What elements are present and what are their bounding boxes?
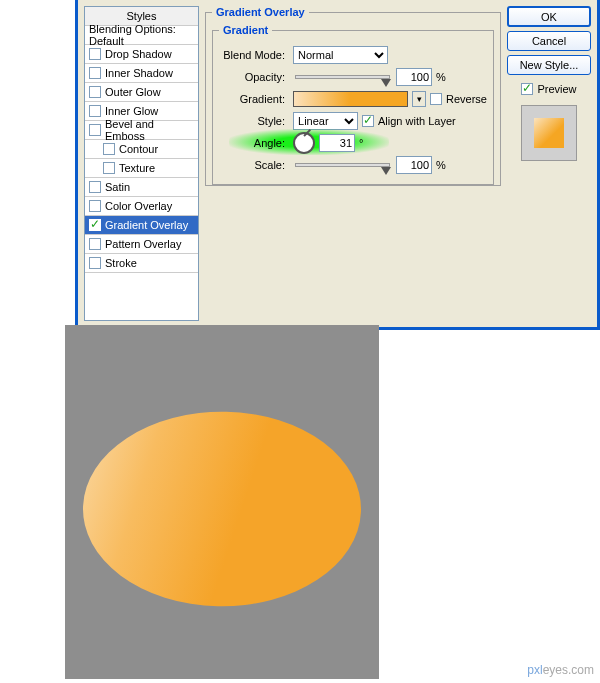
styles-checkbox[interactable] — [89, 86, 101, 98]
align-label: Align with Layer — [378, 115, 456, 127]
styles-checkbox[interactable] — [89, 181, 101, 193]
styles-row[interactable]: Outer Glow — [85, 83, 198, 102]
preview-swatch-inner — [534, 118, 564, 148]
styles-header-label: Styles — [127, 10, 157, 22]
styles-checkbox[interactable] — [89, 238, 101, 250]
scale-input[interactable] — [396, 156, 432, 174]
styles-row[interactable]: Texture — [85, 159, 198, 178]
preview-swatch — [521, 105, 577, 161]
blend-mode-select[interactable]: Normal — [293, 46, 388, 64]
styles-checkbox[interactable] — [89, 219, 101, 231]
reverse-checkbox[interactable] — [430, 93, 442, 105]
gradient-picker-arrow[interactable] — [412, 91, 426, 107]
styles-row-label: Drop Shadow — [105, 48, 172, 60]
styles-checkbox[interactable] — [89, 48, 101, 60]
styles-row-label: Color Overlay — [105, 200, 172, 212]
preview-row: Preview — [521, 83, 576, 95]
opacity-slider[interactable] — [295, 75, 390, 79]
styles-row-label: Outer Glow — [105, 86, 161, 98]
styles-row-label: Stroke — [105, 257, 137, 269]
styles-row[interactable]: Pattern Overlay — [85, 235, 198, 254]
angle-label: Angle: — [219, 137, 289, 149]
styles-row-label: Blending Options: Default — [89, 23, 194, 47]
styles-row-label: Bevel and Emboss — [105, 118, 194, 142]
styles-row[interactable]: Drop Shadow — [85, 45, 198, 64]
gradient-overlay-legend: Gradient Overlay — [212, 6, 309, 18]
gradient-overlay-group: Gradient Overlay Gradient Blend Mode: No… — [205, 6, 501, 186]
align-checkbox[interactable] — [362, 115, 374, 127]
cancel-button[interactable]: Cancel — [507, 31, 591, 51]
reverse-label: Reverse — [446, 93, 487, 105]
preview-checkbox[interactable] — [521, 83, 533, 95]
opacity-row: Opacity: % — [219, 66, 487, 88]
preview-label: Preview — [537, 83, 576, 95]
styles-checkbox[interactable] — [89, 257, 101, 269]
blend-mode-label: Blend Mode: — [219, 49, 289, 61]
styles-row-label: Gradient Overlay — [105, 219, 188, 231]
angle-input[interactable] — [319, 134, 355, 152]
styles-list: Styles Blending Options: DefaultDrop Sha… — [84, 6, 199, 321]
gradient-swatch[interactable] — [293, 91, 408, 107]
styles-row[interactable]: Bevel and Emboss — [85, 121, 198, 140]
ok-button[interactable]: OK — [507, 6, 591, 27]
styles-checkbox[interactable] — [89, 67, 101, 79]
scale-label: Scale: — [219, 159, 289, 171]
styles-row[interactable]: Satin — [85, 178, 198, 197]
styles-row[interactable]: Gradient Overlay — [85, 216, 198, 235]
scale-slider[interactable] — [295, 163, 390, 167]
styles-row[interactable]: Blending Options: Default — [85, 26, 198, 45]
gradient-row: Gradient: Reverse — [219, 88, 487, 110]
gradient-label: Gradient: — [219, 93, 289, 105]
styles-row-label: Texture — [119, 162, 155, 174]
styles-checkbox[interactable] — [89, 200, 101, 212]
styles-checkbox[interactable] — [103, 162, 115, 174]
gradient-legend: Gradient — [219, 24, 272, 36]
styles-row-label: Pattern Overlay — [105, 238, 181, 250]
blend-mode-row: Blend Mode: Normal — [219, 44, 487, 66]
styles-checkbox[interactable] — [89, 105, 101, 117]
styles-row-label: Contour — [119, 143, 158, 155]
result-canvas — [65, 325, 379, 679]
angle-deg: ° — [359, 137, 363, 149]
style-select[interactable]: Linear — [293, 112, 358, 130]
dialog-buttons: OK Cancel New Style... Preview — [507, 6, 591, 321]
styles-checkbox[interactable] — [103, 143, 115, 155]
style-label: Style: — [219, 115, 289, 127]
styles-row-label: Satin — [105, 181, 130, 193]
styles-row[interactable]: Inner Shadow — [85, 64, 198, 83]
angle-row: Angle: ° — [219, 132, 487, 154]
styles-row-label: Inner Glow — [105, 105, 158, 117]
styles-row[interactable]: Stroke — [85, 254, 198, 273]
angle-wheel[interactable] — [293, 132, 315, 154]
styles-checkbox[interactable] — [89, 124, 101, 136]
opacity-input[interactable] — [396, 68, 432, 86]
opacity-pct: % — [436, 71, 446, 83]
scale-row: Scale: % — [219, 154, 487, 176]
new-style-button[interactable]: New Style... — [507, 55, 591, 75]
watermark: pxleyes.com — [527, 663, 594, 677]
styles-row-label: Inner Shadow — [105, 67, 173, 79]
result-ellipse — [65, 375, 379, 643]
gradient-group: Gradient Blend Mode: Normal Opacity: % G… — [212, 24, 494, 185]
opacity-label: Opacity: — [219, 71, 289, 83]
styles-row[interactable]: Contour — [85, 140, 198, 159]
styles-row[interactable]: Color Overlay — [85, 197, 198, 216]
layer-style-dialog: Styles Blending Options: DefaultDrop Sha… — [75, 0, 600, 330]
scale-pct: % — [436, 159, 446, 171]
gradient-overlay-panel: Gradient Overlay Gradient Blend Mode: No… — [205, 6, 501, 321]
